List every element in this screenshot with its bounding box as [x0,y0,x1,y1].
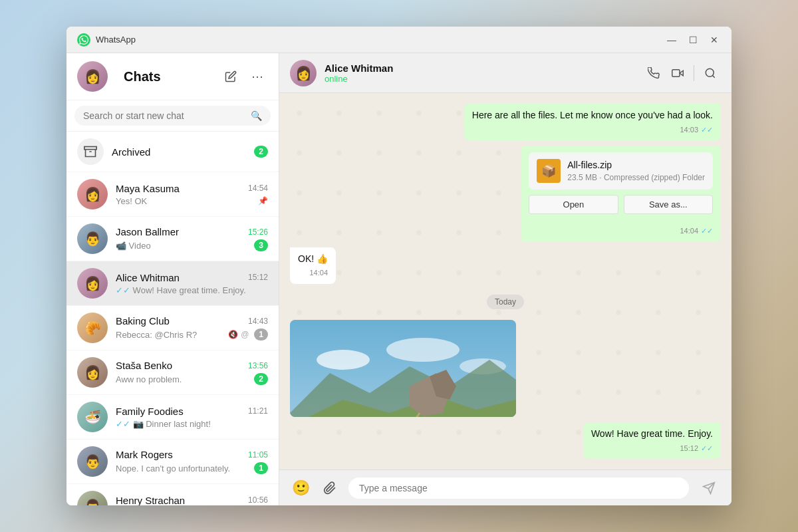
chat-badge-baking: 1 [254,329,268,340]
chat-item-baking[interactable]: 🥐 Baking Club 14:43 Rebecca: @Chris R? 🔇… [66,306,279,350]
msg-time-m3: 14:04 [309,268,328,278]
chat-item-alice[interactable]: 👩 Alice Whitman 15:12 ✓✓ Wow! Have great… [66,261,279,306]
avatar-jason: 👨 [77,223,108,254]
chat-badge-stasa: 2 [254,373,268,385]
chat-header: 👩 Alice Whitman online [279,53,732,93]
chat-header-actions [643,63,721,84]
sidebar-title: Chats [124,69,220,84]
chat-name-alice: Alice Whitman [116,272,180,283]
chat-time-baking: 14:43 [248,317,268,326]
message-m4: So beautiful here! 15:06 ❤️ [290,320,516,417]
chat-item-maya[interactable]: 👩 Maya Kasuma 14:54 Yes! OK 📌 [66,172,279,217]
chat-time-jason: 15:26 [248,227,268,237]
chat-time-maya: 14:54 [248,184,268,193]
msg-text-m3: OK! 👍 [298,253,328,266]
close-button[interactable]: ✕ [708,33,721,47]
chat-badge-mark: 1 [254,462,268,474]
chat-item-mark[interactable]: 👨 Mark Rogers 11:05 Nope. I can't go unf… [66,440,279,484]
menu-button[interactable]: ⋯ [247,66,268,87]
chat-preview-family: ✓✓ 📷 Dinner last night! [116,419,268,429]
chat-info-jason: Jason Ballmer 15:26 📹 Video 3 [116,226,268,251]
archived-count: 2 [254,146,268,158]
chat-header-status: online [325,74,643,84]
photo-image [290,320,516,417]
sidebar-header: 👩 Chats ⋯ [66,53,279,100]
chat-time-alice: 15:12 [248,273,268,282]
message-m1: Here are all the files. Let me know once… [464,104,721,140]
avatar-alice: 👩 [77,268,108,299]
chat-preview-baking: Rebecca: @Chris R? [116,330,225,340]
chat-name-baking: Baking Club [116,315,170,327]
chat-name-henry: Henry Strachan [116,495,185,506]
chat-item-family[interactable]: 🍜 Family Foodies 11:21 ✓✓ 📷 Dinner last … [66,395,279,440]
avatar-stasa: 👩 [77,357,108,388]
chat-info-maya: Maya Kasuma 14:54 Yes! OK 📌 [116,183,268,206]
save-file-button[interactable]: Save as... [624,195,713,214]
maximize-button[interactable]: ☐ [686,33,700,47]
message-m5: Wow! Have great time. Enjoy. 15:12 ✓✓ [583,422,721,459]
minimize-button[interactable]: — [665,33,678,47]
chat-list: Archived 2 👩 Maya Kasuma 14:54 Yes! OK 📌 [66,132,279,505]
svg-rect-0 [84,147,96,150]
chat-preview-stasa: Aww no problem. [116,374,251,384]
title-bar: WhatsApp — ☐ ✕ [66,27,732,53]
chat-badge-jason: 3 [254,239,268,251]
file-meta: 23.5 MB · Compressed (zipped) Folder [567,172,705,184]
chat-name-family: Family Foodies [116,406,184,417]
send-button[interactable] [697,476,721,500]
msg-check-m1: ✓✓ [701,125,713,135]
file-actions: Open Save as... [529,195,713,214]
emoji-button[interactable]: 🙂 [290,477,311,499]
voice-call-button[interactable] [643,63,664,84]
search-bar: 🔍 [66,100,279,132]
chat-preview-mark: Nope. I can't go unfortunately. [116,464,251,473]
chat-preview-maya: Yes! OK [116,196,258,206]
sidebar: 👩 Chats ⋯ [66,53,279,505]
msg-time-m2: 14:04 [680,226,698,236]
file-name: All-files.zip [567,159,705,172]
open-file-button[interactable]: Open [529,195,618,214]
chat-info-stasa: Staša Benko 13:56 Aww no problem. 2 [116,360,268,385]
chat-name-stasa: Staša Benko [116,360,172,371]
svg-line-5 [712,75,714,77]
search-wrapper: 🔍 [74,106,271,126]
chat-info-mark: Mark Rogers 11:05 Nope. I can't go unfor… [116,449,268,474]
app-window: WhatsApp — ☐ ✕ 👩 Chats [66,27,732,505]
archive-icon [77,138,104,165]
message-input[interactable] [348,477,689,499]
chat-panel: 👩 Alice Whitman online [279,53,732,505]
chat-info-family: Family Foodies 11:21 ✓✓ 📷 Dinner last ni… [116,406,268,429]
video-call-button[interactable] [667,63,688,84]
baking-meta: 🔇 @ 1 [228,329,268,340]
archived-row[interactable]: Archived 2 [66,132,279,172]
chat-header-name: Alice Whitman [325,63,643,74]
attach-button[interactable] [319,477,340,499]
user-avatar[interactable]: 👩 [77,61,108,92]
archived-label: Archived [112,146,254,158]
chat-header-info: Alice Whitman online [325,63,643,84]
pin-icon: 📌 [258,196,268,205]
date-divider: Today [290,295,721,309]
avatar-henry: 👨 [77,491,108,505]
avatar-baking: 🥐 [77,313,108,343]
app-title: WhatsApp [96,35,665,45]
chat-preview-jason: 📹 Video [116,241,251,251]
svg-point-4 [706,68,714,76]
chat-item-stasa[interactable]: 👩 Staša Benko 13:56 Aww no problem. 2 [66,350,279,395]
message-m3: OK! 👍 14:04 [290,247,336,284]
chat-item-henry[interactable]: 👨 Henry Strachan 10:56 typing... [66,484,279,505]
sidebar-actions: ⋯ [220,66,268,87]
chat-preview-alice: ✓✓ Wow! Have great time. Enjoy. [116,285,268,295]
new-chat-button[interactable] [220,66,241,87]
search-messages-button[interactable] [700,63,721,84]
messages-area: Here are all the files. Let me know once… [279,93,732,469]
header-divider [694,65,694,81]
chat-item-jason[interactable]: 👨 Jason Ballmer 15:26 📹 Video 3 [66,217,279,261]
svg-marker-2 [680,70,683,76]
chat-name-jason: Jason Ballmer [116,226,179,237]
message-m2: 📦 All-files.zip 23.5 MB · Compressed (zi… [521,146,721,242]
avatar-family: 🍜 [77,402,108,432]
whatsapp-logo [77,33,90,47]
search-input[interactable] [83,110,251,121]
window-controls: — ☐ ✕ [665,33,721,47]
